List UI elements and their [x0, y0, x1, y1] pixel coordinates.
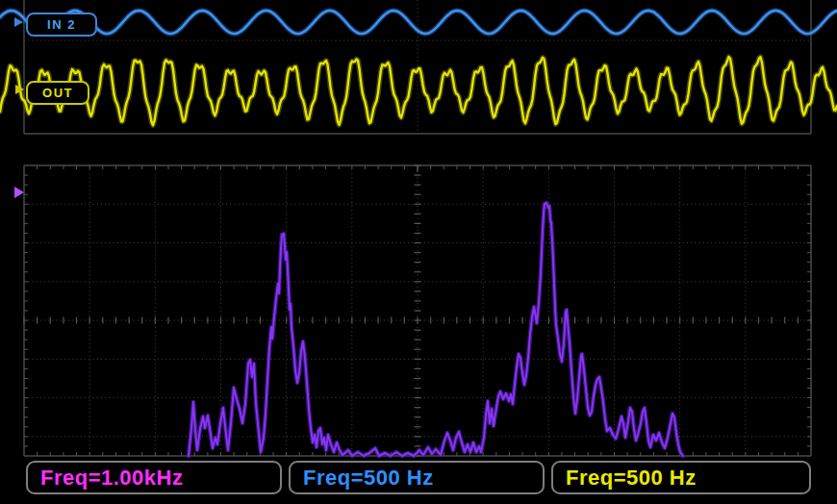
measurement-freq-ch1-text: Freq=500 Hz	[566, 466, 697, 491]
measurement-freq-math-text: Freq=1.00kHz	[40, 466, 183, 491]
scope-display-svg	[0, 0, 837, 504]
out-trace-halo	[0, 57, 837, 125]
measurement-freq-ch2-text: Freq=500 Hz	[303, 466, 434, 491]
measurement-freq-ch2[interactable]: Freq=500 Hz	[289, 461, 545, 494]
ch2-position-arrow-icon	[14, 17, 23, 27]
measurement-freq-ch1[interactable]: Freq=500 Hz	[551, 461, 811, 494]
ch2-label[interactable]: IN 2	[26, 13, 97, 37]
fft-trace	[189, 203, 683, 456]
ch2-label-text: IN 2	[47, 17, 76, 32]
math-position-arrow-icon	[14, 187, 24, 198]
measurement-freq-math[interactable]: Freq=1.00kHz	[26, 461, 282, 494]
ch1-position-arrow-icon	[15, 85, 24, 94]
ch1-label-text: OUT	[42, 86, 73, 100]
fft-trace-halo	[189, 203, 683, 456]
ch1-label[interactable]: OUT	[26, 81, 89, 105]
oscilloscope-screen: IN 2 OUT Freq=1.00kHz Freq=500 Hz Freq=5…	[0, 0, 837, 504]
